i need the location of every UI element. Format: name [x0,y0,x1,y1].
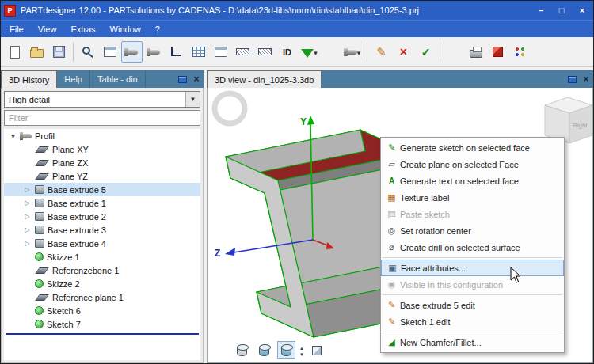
expander-closed-icon[interactable] [23,199,32,207]
expander-closed-icon[interactable] [23,213,32,220]
discard-button[interactable] [393,41,414,63]
measure-button[interactable] [232,41,253,63]
tree-row-base-extrude-1[interactable]: Base extrude 1 [4,196,200,210]
wireframe-mode-button[interactable] [233,341,251,359]
tree-row-plane-yz[interactable]: Plane YZ [4,169,200,183]
menu-help[interactable]: ? [148,22,167,36]
dimension-button[interactable] [254,41,276,63]
menu-generate-sketch[interactable]: ✎Generate sketch on selected face [381,139,564,156]
export-3d-button[interactable] [487,41,508,63]
magnifier-icon [82,47,90,55]
sketch-icon [35,320,44,328]
shaded-mode-button[interactable] [255,341,273,359]
visibility-icon: ◉ [383,279,400,290]
rotation-ring[interactable] [215,93,245,123]
tree-row-base-extrude-3[interactable]: Base extrude 3 [4,223,200,237]
sketch-icon [35,279,44,288]
menu-sketch-1-edit[interactable]: ✎Sketch 1 edit [381,313,564,330]
menu-paste-sketch: ▤Paste sketch [381,206,564,222]
tree-row-plane-zx[interactable]: Plane ZX [4,156,200,169]
menu-texture-label[interactable]: ▦Texture label [381,189,564,206]
arrow-down-icon[interactable] [299,351,304,357]
tree-row-sketch-7[interactable]: Sketch 7 [4,317,200,331]
menu-file[interactable]: File [2,22,31,36]
part-button[interactable] [143,41,165,63]
tab-table-din[interactable]: Table - din [90,70,146,88]
menu-label: Create drill on selected surface [400,243,520,252]
tree-row-referenzebene-1[interactable]: Referenzebene 1 [4,264,200,277]
plane-icon [35,173,49,180]
menu-extras[interactable]: Extras [63,22,102,36]
paste-sketch-icon: ▤ [383,209,400,219]
tree-row-base-extrude-4[interactable]: Base extrude 4 [4,237,200,250]
tab-3d-view[interactable]: 3D view - din_1025-3.3db [207,70,322,88]
shaded-edges-mode-button[interactable] [277,341,295,359]
close-icon[interactable] [574,3,590,17]
tree-row-skizze-1[interactable]: Skizze 1 [4,250,200,264]
filter-input[interactable] [4,110,200,126]
tree-row-sketch-6[interactable]: Sketch 6 [4,304,200,317]
chamfer-icon: ◢ [383,337,400,347]
coordinate-axes-button[interactable] [166,41,187,63]
undock-button[interactable] [175,70,189,88]
minimize-icon[interactable] [533,3,549,17]
expander-closed-icon[interactable] [23,226,32,233]
configuration-dropdown-button[interactable] [299,41,320,63]
part-select-dropdown-button[interactable] [342,41,364,63]
menu-set-rotation-center[interactable]: ◎Set rotation center [381,222,564,239]
tree-row-plane-xy[interactable]: Plane XY [4,142,200,156]
menu-window[interactable]: Window [103,22,148,36]
main-area: 3D History Help Table - din High detail … [1,67,593,363]
detail-stepper[interactable] [299,344,304,357]
menu-view[interactable]: View [31,22,64,36]
menu-new-chamfer-fillet[interactable]: ◢New Chamfer/Fillet... [381,334,564,351]
table-view-button[interactable] [188,41,209,63]
menu-create-drill[interactable]: ⌀Create drill on selected surface [381,239,564,256]
expander-closed-icon[interactable] [23,240,32,247]
sketch-editor-button[interactable] [121,41,143,63]
red-x-icon [400,45,407,59]
tree-row-skizze-2[interactable]: Skizze 2 [4,277,200,290]
z-axis-arrow [225,248,235,256]
apply-button[interactable] [415,41,436,63]
toolbar-separator [367,43,367,62]
tree-row-reference-plane-1[interactable]: Reference plane 1 [4,290,200,304]
green-check-icon [421,46,431,59]
preview-button[interactable] [99,41,120,63]
tree-row-base-extrude-5[interactable]: Base extrude 5 [4,183,200,196]
zoom-button[interactable] [77,41,98,63]
extrude-icon [35,226,44,234]
print-button[interactable] [465,41,486,63]
menu-base-extrude-5-edit[interactable]: ✎Base extrude 5 edit [381,297,564,313]
tree-row-profil[interactable]: Profil [4,129,200,142]
bounding-box-button[interactable] [308,341,326,359]
id-button[interactable]: ID [276,41,298,63]
tab-3d-history[interactable]: 3D History [1,70,57,88]
cylinder-icon [259,345,269,356]
window-view-button[interactable] [210,41,231,63]
panel-close-icon[interactable] [579,70,593,88]
new-file-button[interactable] [4,41,25,63]
render-options-button[interactable] [509,41,531,63]
undock-button[interactable] [565,70,579,88]
menu-face-attributes[interactable]: ▣Face attributes... [381,260,564,276]
3d-viewport[interactable]: Y Z Right [207,88,593,363]
tree-label: Referenzebene 1 [52,266,119,275]
menu-generate-text[interactable]: AGenerate text on selected face [381,173,564,189]
menu-create-plane[interactable]: ▱Create plane on selected Face [381,156,564,173]
panel-close-icon[interactable] [189,70,204,88]
detail-level-select[interactable]: High detail [4,91,200,108]
edit-button[interactable] [371,41,392,63]
open-button[interactable] [26,41,48,63]
ruler-icon [236,48,249,55]
chevron-down-icon[interactable] [185,92,200,107]
titlebar[interactable]: P PARTdesigner 12.00 - PARTsolutions by … [1,1,593,20]
arrow-up-icon[interactable] [299,344,304,351]
expander-open-icon[interactable] [9,131,17,140]
tab-help[interactable]: Help [57,70,90,88]
tree-row-base-extrude-2[interactable]: Base extrude 2 [4,210,200,223]
expander-closed-icon[interactable] [23,186,32,193]
tree-label: Sketch 6 [47,306,81,316]
maximize-icon[interactable] [554,3,569,17]
save-button[interactable] [48,41,70,63]
